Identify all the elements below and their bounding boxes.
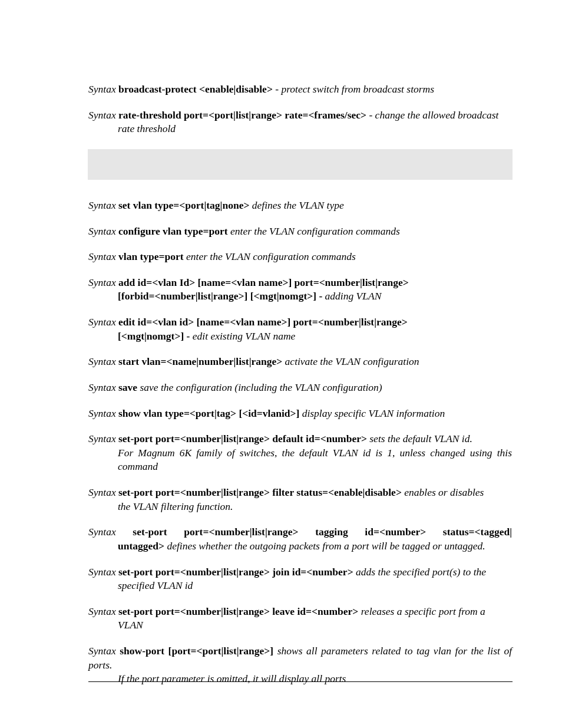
- syntax-entry: Syntax broadcast-protect <enable|disable…: [88, 83, 512, 97]
- description-text: the VLAN filtering function.: [118, 500, 233, 512]
- command-text: set-port port=<number|list|range> taggin…: [116, 526, 512, 538]
- syntax-entry: Syntax show vlan type=<port|tag> [<id=vl…: [88, 407, 512, 421]
- description-text: enter the VLAN configuration commands: [230, 225, 400, 237]
- description-text: adds the specified port(s) to the: [356, 566, 486, 578]
- continuation-line: rate threshold: [118, 122, 512, 136]
- command-text: save: [116, 381, 140, 393]
- syntax-label: Syntax: [88, 605, 116, 617]
- continuation-line: If the port parameter is omitted, it wil…: [118, 672, 512, 686]
- syntax-label: Syntax: [88, 109, 116, 121]
- continuation-line: specified VLAN id: [118, 579, 512, 593]
- syntax-label: Syntax: [88, 276, 116, 288]
- description-text: If the port parameter is omitted, it wil…: [118, 673, 346, 684]
- description-text: defines the VLAN type: [252, 199, 344, 211]
- document-page: Syntax broadcast-protect <enable|disable…: [0, 0, 562, 728]
- syntax-entry: Syntax edit id=<vlan id> [name=<vlan nam…: [88, 315, 512, 343]
- syntax-label: Syntax: [88, 381, 116, 393]
- syntax-entry: Syntax configure vlan type=port enter th…: [88, 225, 512, 239]
- description-text: activate the VLAN configuration: [285, 355, 419, 367]
- description-text: defines whether the outgoing packets fro…: [167, 540, 485, 552]
- description-text: enables or disables: [404, 486, 484, 498]
- syntax-entry: Syntax set-port port=<number|list|range>…: [88, 605, 512, 633]
- syntax-label: Syntax: [88, 526, 116, 538]
- syntax-label: Syntax: [88, 251, 116, 262]
- syntax-label: Syntax: [88, 407, 116, 419]
- syntax-entry: Syntax show-port [port=<port|list|range>…: [88, 644, 512, 686]
- description-text: sets the default VLAN id.: [369, 433, 472, 444]
- continuation-line: untagged> defines whether the outgoing p…: [118, 539, 512, 554]
- syntax-label: Syntax: [88, 433, 116, 444]
- command-text: untagged>: [118, 540, 167, 552]
- description-text: - change the allowed broadcast: [369, 109, 498, 121]
- command-text: set-port port=<number|list|range> join i…: [116, 566, 356, 578]
- description-text: display specific VLAN information: [302, 407, 445, 419]
- syntax-entry: Syntax vlan type=port enter the VLAN con…: [88, 250, 512, 264]
- syntax-entry: Syntax set-port port=<number|list|range>…: [88, 525, 512, 553]
- description-text: VLAN: [118, 619, 143, 631]
- description-text: edit existing VLAN name: [193, 330, 296, 342]
- syntax-label: Syntax: [88, 83, 116, 95]
- command-text: show vlan type=<port|tag> [<id=vlanid>]: [116, 407, 302, 419]
- command-text: start vlan=<name|number|list|range>: [116, 355, 285, 367]
- syntax-entry: Syntax set-port port=<number|list|range>…: [88, 432, 512, 474]
- description-text: specified VLAN id: [118, 579, 193, 591]
- description-text: rate threshold: [118, 123, 176, 134]
- command-text: configure vlan type=port: [116, 225, 230, 237]
- syntax-entry: Syntax set-port port=<number|list|range>…: [88, 486, 512, 513]
- description-text: adding VLAN: [325, 290, 382, 302]
- command-text: broadcast-protect <enable|disable>: [116, 83, 276, 95]
- syntax-entry: Syntax set-port port=<number|list|range>…: [88, 565, 512, 593]
- continuation-line: [forbid=<number|list|range>] [<mgt|nomgt…: [118, 289, 512, 304]
- syntax-label: Syntax: [88, 645, 116, 657]
- description-text: - protect switch from broadcast storms: [275, 83, 434, 95]
- footer-rule: [88, 681, 513, 682]
- syntax-entry: Syntax set vlan type=<port|tag|none> def…: [88, 199, 512, 213]
- description-text: enter the VLAN configuration commands: [186, 251, 356, 262]
- command-text: [forbid=<number|list|range>] [<mgt|nomgt…: [118, 290, 325, 302]
- syntax-entry: Syntax start vlan=<name|number|list|rang…: [88, 355, 512, 369]
- command-text: vlan type=port: [116, 251, 186, 262]
- command-text: rate-threshold port=<port|list|range> ra…: [116, 109, 369, 121]
- command-text: [<mgt|nomgt>] -: [118, 330, 193, 342]
- syntax-label: Syntax: [88, 355, 116, 367]
- description-text: releases a specific port from a: [361, 605, 485, 617]
- syntax-label: Syntax: [88, 225, 116, 237]
- command-text: set vlan type=<port|tag|none>: [116, 199, 252, 211]
- continuation-line: For Magnum 6K family of switches, the de…: [118, 446, 512, 474]
- command-text: edit id=<vlan id> [name=<vlan name>] por…: [116, 316, 408, 328]
- syntax-entry: Syntax add id=<vlan Id> [name=<vlan name…: [88, 276, 512, 304]
- description-text: save the configuration (including the VL…: [140, 381, 382, 393]
- description-text: For Magnum 6K family of switches, the de…: [118, 447, 512, 473]
- syntax-entry: Syntax rate-threshold port=<port|list|ra…: [88, 108, 512, 136]
- command-text: set-port port=<number|list|range> leave …: [116, 605, 361, 617]
- continuation-line: VLAN: [118, 618, 512, 633]
- syntax-label: Syntax: [88, 316, 116, 328]
- syntax-label: Syntax: [88, 199, 116, 211]
- command-text: show-port [port=<port|list|range>]: [116, 645, 277, 657]
- command-text: set-port port=<number|list|range> filter…: [116, 486, 405, 498]
- syntax-label: Syntax: [88, 486, 116, 498]
- syntax-entry: Syntax save save the configuration (incl…: [88, 381, 512, 395]
- continuation-line: the VLAN filtering function.: [118, 500, 512, 514]
- command-text: set-port port=<number|list|range> defaul…: [116, 433, 370, 444]
- syntax-label: Syntax: [88, 566, 116, 578]
- command-text: add id=<vlan Id> [name=<vlan name>] port…: [116, 276, 409, 288]
- section-divider-band: [88, 149, 513, 180]
- continuation-line: [<mgt|nomgt>] - edit existing VLAN name: [118, 330, 512, 344]
